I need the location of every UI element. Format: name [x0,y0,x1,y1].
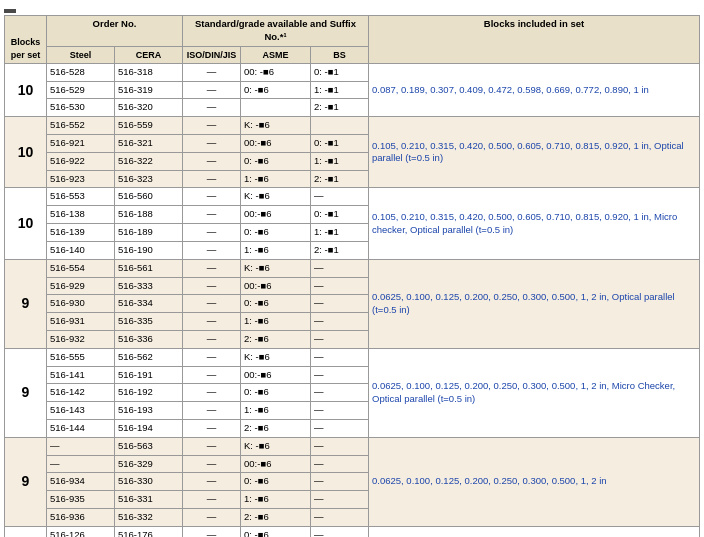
steel-order: 516-143 [47,402,115,420]
steel-order: 516-934 [47,473,115,491]
table-row: 10516-528516-318—00: -■60: -■10.087, 0.1… [5,63,700,81]
steel-order: 516-141 [47,366,115,384]
steel-order: 516-139 [47,224,115,242]
bs-grade: — [311,366,369,384]
steel-order: — [47,437,115,455]
iso-grade: — [183,437,241,455]
asme-grade: 0: -■6 [241,473,311,491]
bs-grade: 1: -■1 [311,224,369,242]
bs-grade: 0: -■1 [311,135,369,153]
iso-grade: — [183,277,241,295]
bs-grade: 1: -■1 [311,81,369,99]
bs-grade: — [311,384,369,402]
bs-grade: 2: -■1 [311,99,369,117]
asme-grade: 0: -■6 [241,384,311,402]
asme-grade [241,99,311,117]
cera-order: 516-323 [115,170,183,188]
header-asme: ASME [241,46,311,63]
bs-grade: — [311,330,369,348]
included-blocks: 0.087, 0.189, 0.307, 0.409, 0.472, 0.598… [369,63,700,116]
cera-order: 516-318 [115,63,183,81]
bs-grade: — [311,259,369,277]
asme-grade: 00:-■6 [241,366,311,384]
bs-grade: — [311,188,369,206]
asme-grade: 1: -■6 [241,241,311,259]
asme-grade: 1: -■6 [241,170,311,188]
asme-grade: 00: -■6 [241,63,311,81]
cera-order: 516-563 [115,437,183,455]
asme-grade: 2: -■6 [241,509,311,527]
table-row: 8516-126516-176—0: -■6—1, 2, 3, 4, 5, 6,… [5,526,700,537]
cera-order: 516-188 [115,206,183,224]
bs-grade: — [311,295,369,313]
steel-order: 516-140 [47,241,115,259]
asme-grade: 0: -■6 [241,224,311,242]
bs-grade: 0: -■1 [311,63,369,81]
header-iso: ISO/DIN/JIS [183,46,241,63]
iso-grade: — [183,526,241,537]
iso-grade: — [183,63,241,81]
steel-order: 516-931 [47,313,115,331]
iso-grade: — [183,241,241,259]
iso-grade: — [183,259,241,277]
bs-grade: — [311,473,369,491]
cera-order: 516-331 [115,491,183,509]
asme-grade: 00:-■6 [241,455,311,473]
steel-order: 516-144 [47,420,115,438]
included-blocks: 0.105, 0.210, 0.315, 0.420, 0.500, 0.605… [369,188,700,259]
iso-grade: — [183,366,241,384]
blocks-count: 9 [5,259,47,348]
cera-order: 516-561 [115,259,183,277]
steel-order: 516-923 [47,170,115,188]
asme-grade: 1: -■6 [241,313,311,331]
cera-order: 516-320 [115,99,183,117]
iso-grade: — [183,135,241,153]
iso-grade: — [183,330,241,348]
asme-grade: 0: -■6 [241,152,311,170]
table-row: 9516-554516-561—K: -■6—0.0625, 0.100, 0.… [5,259,700,277]
cera-order: 516-332 [115,509,183,527]
cera-order: 516-321 [115,135,183,153]
cera-order: 516-330 [115,473,183,491]
iso-grade: — [183,170,241,188]
cera-order: 516-562 [115,348,183,366]
bs-grade: — [311,509,369,527]
bs-grade: — [311,277,369,295]
blocks-count: 10 [5,188,47,259]
asme-grade: 2: -■6 [241,330,311,348]
bs-grade [311,117,369,135]
iso-grade: — [183,81,241,99]
steel-order: 516-932 [47,330,115,348]
cera-order: 516-560 [115,188,183,206]
steel-order: 516-555 [47,348,115,366]
iso-grade: — [183,348,241,366]
main-table: Blocksper set Order No. Standard/grade a… [4,15,700,537]
asme-grade: 00:-■6 [241,135,311,153]
asme-grade: K: -■6 [241,437,311,455]
steel-order: 516-142 [47,384,115,402]
steel-order: 516-922 [47,152,115,170]
iso-grade: — [183,491,241,509]
asme-grade: K: -■6 [241,259,311,277]
table-row: 10516-553516-560—K: -■6—0.105, 0.210, 0.… [5,188,700,206]
steel-order: 516-529 [47,81,115,99]
blocks-count: 8 [5,526,47,537]
asme-grade: K: -■6 [241,348,311,366]
bs-grade: — [311,437,369,455]
cera-order: 516-333 [115,277,183,295]
steel-order: — [47,455,115,473]
asme-grade: K: -■6 [241,117,311,135]
steel-order: 516-935 [47,491,115,509]
iso-grade: — [183,384,241,402]
cera-order: 516-176 [115,526,183,537]
header-standard: Standard/grade available and Suffix No.*… [183,16,369,47]
blocks-count: 9 [5,348,47,437]
cera-order: 516-194 [115,420,183,438]
blocks-count: 10 [5,63,47,116]
header-included: Blocks included in set [369,16,700,64]
included-blocks: 0.105, 0.210, 0.315, 0.420, 0.500, 0.605… [369,117,700,188]
cera-order: 516-329 [115,455,183,473]
asme-grade: 00:-■6 [241,206,311,224]
header-cera: CERA [115,46,183,63]
header-order-no: Order No. [47,16,183,47]
